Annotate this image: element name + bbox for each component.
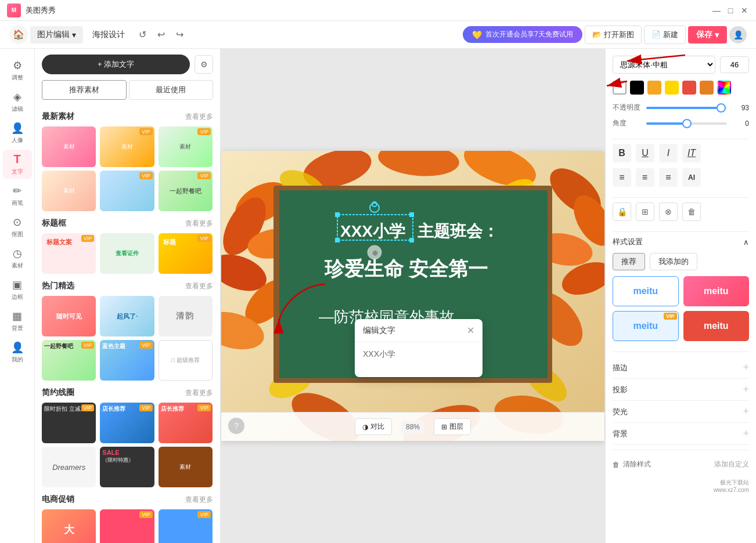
font-size-input[interactable] bbox=[720, 56, 749, 73]
sidebar-item-brush[interactable]: ✏ 画笔 bbox=[3, 181, 32, 210]
lock-button[interactable]: 🔒 bbox=[613, 202, 631, 221]
add-custom-button[interactable]: 添加自定义 bbox=[714, 459, 749, 469]
list-item[interactable]: 大 bbox=[42, 509, 96, 543]
align-left-button[interactable]: ≡ bbox=[613, 168, 631, 187]
section-hot: 热门精选 查看更多 bbox=[42, 281, 213, 291]
list-item[interactable]: 清韵 bbox=[159, 296, 213, 336]
see-more-titleframe[interactable]: 查看更多 bbox=[185, 219, 213, 229]
list-item[interactable]: 素材 bbox=[42, 171, 96, 211]
open-new-button[interactable]: 📂 打开新图 bbox=[585, 26, 642, 44]
underline-button[interactable]: U bbox=[636, 144, 654, 162]
list-item[interactable]: VIP bbox=[100, 509, 154, 543]
list-item[interactable]: VIP 素材 bbox=[159, 126, 213, 167]
poster-design-menu[interactable]: 海报设计 bbox=[85, 26, 132, 44]
italic-button[interactable]: I bbox=[659, 144, 678, 162]
promo-bar[interactable]: 💛 首次开通会员享7天免费试用 bbox=[463, 26, 582, 43]
sidebar-item-adjust[interactable]: ⚙ 调整 bbox=[3, 56, 32, 85]
filter-button[interactable]: ⚙ bbox=[195, 55, 213, 74]
list-item[interactable]: VIP 限时折扣 立减10元 bbox=[42, 403, 96, 443]
opacity-slider[interactable] bbox=[646, 107, 727, 109]
tab-recent[interactable]: 最近使用 bbox=[129, 80, 214, 100]
delete-button[interactable]: 🗑 bbox=[682, 202, 701, 221]
maximize-button[interactable]: □ bbox=[726, 6, 735, 15]
italic-underline-button[interactable]: IT bbox=[682, 144, 701, 162]
list-item[interactable]: 素材 bbox=[159, 447, 213, 487]
undo-button[interactable]: ↩ bbox=[153, 27, 169, 43]
add-bg-button[interactable]: + bbox=[743, 428, 749, 440]
tab-my-style[interactable]: 我添加的 bbox=[650, 253, 697, 270]
see-more-ecommerce[interactable]: 查看更多 bbox=[185, 495, 213, 505]
style-preview-1[interactable]: meitu bbox=[613, 276, 679, 306]
list-item[interactable]: VIP 标题 bbox=[159, 233, 213, 274]
list-item[interactable]: VIP 一起野餐吧 bbox=[159, 171, 213, 211]
list-item[interactable]: 起风了· bbox=[100, 296, 154, 336]
home-button[interactable]: 🏠 bbox=[9, 26, 28, 44]
history-button[interactable]: ↺ bbox=[134, 27, 150, 43]
color-white[interactable] bbox=[613, 81, 627, 95]
sidebar-item-frame[interactable]: ▣ 边框 bbox=[3, 275, 32, 304]
tab-recommended-style[interactable]: 推荐 bbox=[613, 253, 645, 270]
angle-slider[interactable] bbox=[646, 122, 727, 125]
font-select[interactable]: 思源宋体·中粗 bbox=[613, 56, 715, 74]
see-more-hot[interactable]: 查看更多 bbox=[185, 281, 213, 291]
sidebar-item-material[interactable]: ◷ 素材 bbox=[3, 244, 32, 273]
layer-button[interactable]: ⊞ 图层 bbox=[434, 418, 471, 435]
align-center-button[interactable]: ≡ bbox=[636, 168, 654, 187]
list-item[interactable]: VIP 素材 bbox=[100, 126, 154, 167]
sidebar-item-portrait[interactable]: 👤 人像 bbox=[3, 118, 32, 147]
list-item[interactable]: VIP 店长推荐 bbox=[100, 403, 154, 443]
redo-button[interactable]: ↪ bbox=[171, 27, 188, 43]
minimize-button[interactable]: — bbox=[712, 6, 721, 15]
color-yellow[interactable] bbox=[665, 81, 679, 95]
sidebar-item-filter[interactable]: ◈ 滤镜 bbox=[3, 87, 32, 116]
contrast-button[interactable]: ◑ 对比 bbox=[355, 418, 392, 435]
list-item[interactable]: 随时可见 bbox=[42, 296, 96, 336]
help-button[interactable]: ? bbox=[228, 418, 244, 434]
layer-tool-button[interactable]: ⊗ bbox=[659, 202, 678, 221]
sidebar-item-cutout[interactable]: ⊙ 抠图 bbox=[3, 212, 32, 241]
see-more-lines[interactable]: 查看更多 bbox=[185, 388, 213, 398]
list-item[interactable]: VIP bbox=[100, 171, 154, 211]
list-item[interactable]: VIP 一起野餐吧 bbox=[42, 340, 96, 381]
dialog-close-button[interactable]: ✕ bbox=[467, 325, 474, 336]
bg-icon: ▦ bbox=[12, 310, 22, 323]
sidebar-item-bg[interactable]: ▦ 背景 bbox=[3, 306, 32, 335]
list-item[interactable]: 查看证件 bbox=[100, 233, 154, 274]
list-item[interactable]: Dreamers bbox=[42, 447, 96, 487]
list-item[interactable]: □ 超级推荐 bbox=[159, 340, 213, 381]
add-glow-button[interactable]: + bbox=[743, 406, 749, 418]
color-rainbow[interactable] bbox=[717, 81, 731, 95]
title-frame-grid: VIP 标题文案 查看证件 VIP 标题 bbox=[42, 233, 213, 274]
style-preview-3[interactable]: VIP meitu bbox=[613, 311, 679, 341]
style-preview-2[interactable]: meitu bbox=[683, 276, 750, 306]
tab-recommended[interactable]: 推荐素材 bbox=[42, 80, 127, 100]
see-more-latest[interactable]: 查看更多 bbox=[185, 112, 213, 122]
list-item[interactable]: VIP 店长推荐 bbox=[159, 403, 213, 443]
list-item[interactable]: SALE（限时特惠） bbox=[100, 447, 154, 487]
new-button[interactable]: 📄 新建 bbox=[644, 26, 686, 44]
add-stroke-button[interactable]: + bbox=[743, 361, 749, 374]
color-red[interactable] bbox=[682, 81, 696, 95]
color-black[interactable] bbox=[630, 81, 644, 95]
style-preview-4[interactable]: meitu bbox=[683, 311, 750, 341]
list-item[interactable]: 素材 bbox=[42, 126, 96, 167]
ai-text-button[interactable]: AI bbox=[682, 168, 701, 187]
sidebar-item-me[interactable]: 👤 我的 bbox=[3, 338, 32, 367]
clear-style-row[interactable]: 🗑 清除样式 添加自定义 bbox=[613, 455, 749, 474]
copy-button[interactable]: ⊞ bbox=[636, 202, 654, 221]
list-item[interactable]: VIP bbox=[159, 509, 213, 543]
sidebar-item-text[interactable]: T 文字 bbox=[3, 150, 32, 179]
bold-button[interactable]: B bbox=[613, 144, 631, 162]
user-avatar[interactable]: 👤 bbox=[729, 26, 747, 44]
align-right-button[interactable]: ≡ bbox=[659, 168, 678, 187]
add-text-button[interactable]: + 添加文字 bbox=[42, 55, 190, 74]
color-orange[interactable] bbox=[647, 81, 661, 95]
dialog-text-input[interactable]: XXX小学 bbox=[363, 349, 474, 360]
save-button[interactable]: 保存 ▾ bbox=[688, 26, 727, 44]
close-button[interactable]: ✕ bbox=[740, 6, 749, 15]
photo-edit-menu[interactable]: 图片编辑 ▾ bbox=[30, 26, 83, 44]
list-item[interactable]: VIP 标题文案 bbox=[42, 233, 96, 274]
color-darkorange[interactable] bbox=[700, 81, 714, 95]
add-shadow-button[interactable]: + bbox=[743, 383, 749, 396]
list-item[interactable]: VIP 蓝色主题 bbox=[100, 340, 154, 381]
